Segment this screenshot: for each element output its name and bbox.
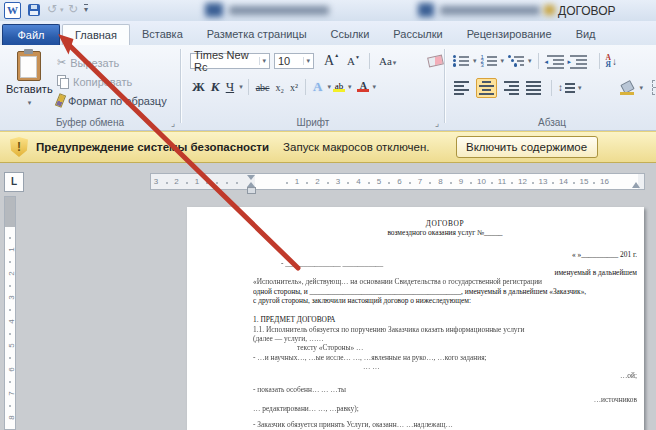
ruler-tick — [327, 182, 329, 184]
ruler-number: 10 — [475, 177, 489, 186]
numbering-dropdown-icon[interactable]: ▾ — [501, 57, 505, 65]
doc-line: именуемый в дальнейшем — [253, 268, 637, 277]
doc-line: - _______________ ___________ — [281, 259, 637, 268]
ruler-tick — [9, 285, 11, 287]
doc-line: одной стороны, и _______________________… — [253, 287, 637, 296]
undo-dropdown-icon[interactable]: ▾ — [60, 6, 64, 14]
doc-line: 1. ПРЕДМЕТ ДОГОВОРА — [253, 315, 637, 324]
paste-button[interactable]: Вставить ▾ — [6, 49, 52, 119]
cut-button[interactable]: ✂ Вырезать — [57, 55, 119, 70]
multilevel-list-icon[interactable] — [507, 54, 524, 68]
font-dialog-launcher-icon[interactable]: ⌟ — [435, 119, 439, 128]
multilevel-dropdown-icon[interactable]: ▾ — [528, 57, 532, 65]
ruler-number: 8 — [7, 413, 16, 423]
tab-рецензирование[interactable]: Рецензирование — [455, 24, 564, 45]
text-effects-dropdown-icon[interactable]: ▾ — [327, 83, 331, 91]
change-case-button[interactable]: Aa▾ — [377, 55, 398, 67]
ruler-number: 1 — [190, 177, 204, 186]
ruler-number: 16 — [598, 177, 612, 186]
security-warning-title: Предупреждение системы безопасности — [36, 141, 269, 153]
bullets-dropdown-icon[interactable]: ▾ — [473, 57, 477, 65]
grow-font-button[interactable]: A▲ — [322, 53, 341, 69]
tab-рассылки[interactable]: Рассылки — [381, 24, 454, 45]
redo-icon[interactable]: ↻ — [68, 2, 78, 16]
shrink-font-button[interactable]: A▼ — [345, 55, 362, 67]
strikethrough-button[interactable]: abc — [254, 82, 272, 93]
clear-formatting-icon[interactable] — [427, 55, 444, 68]
clipboard-icon — [17, 51, 41, 81]
highlight-button[interactable]: ab — [333, 82, 345, 92]
italic-button[interactable]: К — [209, 79, 222, 95]
tab-вид[interactable]: Вид — [564, 24, 608, 45]
ruler-number: 14 — [557, 177, 571, 186]
bold-button[interactable]: Ж — [190, 79, 207, 95]
ruler-number: 12 — [516, 177, 530, 186]
ruler-number: 4 — [352, 177, 366, 186]
word-logo-icon[interactable]: W — [4, 2, 21, 19]
tab-разметка-страницы[interactable]: Разметка страницы — [195, 24, 319, 45]
document-page[interactable]: ДОГОВОРвозмездного оказания услуг №_____… — [187, 207, 644, 430]
blurred-doc-icon — [544, 5, 555, 15]
save-icon[interactable] — [28, 4, 40, 16]
shading-bucket-icon[interactable] — [619, 81, 636, 95]
ruler-number: 7 — [413, 177, 427, 186]
font-size-combo[interactable]: 10 ▾ — [274, 53, 314, 69]
align-right-button[interactable] — [500, 78, 521, 98]
superscript-button[interactable]: x² — [288, 82, 300, 93]
sort-button[interactable]: АЯ ↓ — [606, 54, 617, 68]
tab-stop-selector[interactable]: L — [4, 172, 24, 192]
format-painter-button[interactable]: Формат по образцу — [57, 93, 167, 108]
bullets-icon[interactable] — [452, 54, 469, 68]
clipboard-dialog-launcher-icon[interactable]: ⌟ — [171, 119, 175, 128]
font-color-dropdown-icon[interactable]: ▾ — [372, 83, 376, 91]
borders-icon[interactable] — [652, 80, 656, 95]
paste-dropdown-icon[interactable]: ▾ — [28, 99, 32, 106]
justify-button[interactable] — [524, 78, 545, 98]
separator — [248, 79, 249, 95]
paragraph-row-2: ↕ ▾ ▾ — [452, 78, 656, 98]
doc-line: - Заказчик обязуется принять Услуги, ока… — [253, 420, 637, 429]
subscript-button[interactable]: x₂ — [274, 82, 287, 93]
ruler-number: 13 — [536, 177, 550, 186]
ruler-number: 6 — [393, 177, 407, 186]
doc-line — [253, 305, 637, 315]
line-spacing-button[interactable]: ↕ ▾ — [558, 82, 582, 93]
underline-dropdown-icon[interactable]: ▾ — [239, 83, 243, 91]
tab-ссылки[interactable]: Ссылки — [319, 24, 382, 45]
cut-label: Вырезать — [70, 57, 119, 69]
doc-line — [253, 413, 637, 420]
tab-вставка[interactable]: Вставка — [130, 24, 195, 45]
first-line-indent-marker[interactable] — [247, 175, 255, 180]
font-color-bar — [357, 89, 369, 92]
tab-file[interactable]: Файл — [2, 24, 60, 46]
numbering-icon[interactable] — [480, 54, 497, 68]
ruler-tick — [450, 182, 452, 184]
highlight-dropdown-icon[interactable]: ▾ — [348, 83, 352, 91]
align-center-button[interactable] — [476, 78, 497, 98]
right-indent-marker[interactable] — [632, 182, 640, 188]
doc-line: - показать особенн… … …ты — [253, 385, 637, 394]
ruler-tick — [9, 333, 11, 335]
font-name-dropdown-icon[interactable]: ▾ — [259, 57, 266, 65]
underline-button[interactable]: Ч — [224, 79, 236, 95]
quick-access-more-icon[interactable]: ▾ — [84, 4, 88, 14]
increase-indent-icon[interactable] — [568, 54, 588, 68]
font-name-combo[interactable]: Times New Rc ▾ — [190, 53, 270, 69]
left-indent-marker[interactable] — [247, 187, 256, 194]
align-left-button[interactable] — [452, 78, 473, 98]
font-color-button[interactable]: А — [357, 82, 369, 92]
blurred-taskbar-item — [418, 3, 434, 17]
v-ruler[interactable]: 12345678 — [4, 196, 16, 430]
ruler-number: 4 — [7, 317, 16, 327]
h-ruler[interactable]: 32112345678910111213141516 — [150, 173, 645, 190]
undo-icon[interactable]: ↺ — [47, 2, 57, 16]
text-effects-button[interactable]: А — [311, 79, 324, 95]
shading-dropdown-icon[interactable]: ▾ — [640, 84, 644, 92]
tab-главная[interactable]: Главная — [62, 24, 130, 46]
enable-content-button[interactable]: Включить содержимое — [456, 136, 598, 158]
decrease-indent-icon[interactable] — [545, 54, 565, 68]
line-spacing-dropdown-icon: ▾ — [578, 84, 582, 92]
font-size-dropdown-icon[interactable]: ▾ — [303, 57, 310, 65]
ruler-number: 2 — [7, 269, 16, 279]
copy-button[interactable]: Копировать — [57, 74, 132, 89]
